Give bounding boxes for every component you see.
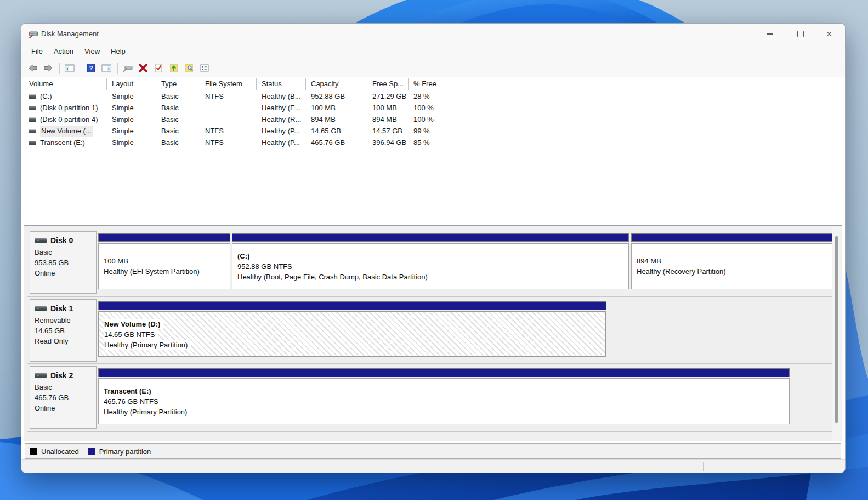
disk-size: 465.76 GB [35,392,96,403]
forward-button[interactable] [41,61,55,75]
back-button[interactable] [26,61,40,75]
legend-bar: Unallocated Primary partition [25,443,841,459]
column-header-layout[interactable]: Layout [107,78,156,90]
cell-type: Basic [156,103,200,114]
explore-button[interactable] [182,61,196,75]
volume-name: (C:) [40,91,52,102]
cell-file-system [200,103,257,114]
cell-free-space: 271.29 GB [367,91,409,102]
volume-icon [29,94,36,99]
disk-size: 953.85 GB [35,257,96,268]
cell-layout: Simple [107,91,156,102]
partition-status: Healthy (Recovery Partition) [637,266,835,277]
partition-name: (C:) [237,251,628,261]
column-header-type[interactable]: Type [156,78,200,90]
table-row[interactable]: Transcent (E:) Simple Basic NTFS Healthy… [24,137,842,148]
partition-status: Healthy (Primary Partition) [104,340,191,350]
disk0-label-panel[interactable]: Disk 0 Basic 953.85 GB Online [30,231,97,294]
toolbar-separator [59,63,60,74]
cell-status: Healthy (R... [257,114,306,125]
column-header-status[interactable]: Status [257,78,306,90]
legend-label: Primary partition [99,447,151,456]
partition-new-volume-selected[interactable]: New Volume (D:) 14.65 GB NTFS Healthy (P… [98,301,606,357]
column-header-volume[interactable]: Volume [24,78,107,90]
menu-file[interactable]: File [26,45,48,58]
folder-magnifier-icon [184,63,195,74]
volume-name: Transcent (E:) [40,137,85,148]
cell-layout: Simple [107,126,156,137]
cell-type: Basic [156,126,200,137]
disk2-label-panel[interactable]: Disk 2 Basic 465.76 GB Online [30,366,97,429]
cell-type: Basic [156,137,200,148]
disk-state: Read Only [35,336,96,346]
show-console-tree-button[interactable] [63,61,77,75]
column-header-file-system[interactable]: File System [200,78,257,90]
cell-status: Healthy (E... [257,103,306,114]
show-action-pane-button[interactable] [99,61,114,75]
cell-pct-free: 28 % [409,91,467,102]
maximize-button[interactable] [787,24,814,44]
cell-status: Healthy (P... [257,126,306,137]
scrollbar-thumb[interactable] [835,236,838,423]
disk-icon [35,373,47,378]
open-button[interactable] [167,61,181,75]
partition-transcent[interactable]: Transcent (E:) 465.76 GB NTFS Healthy (P… [98,368,790,424]
partition-color-bar [631,233,836,242]
mark-partition-active-button[interactable] [151,61,166,75]
partition-c[interactable]: (C:) 952.88 GB NTFS Healthy (Boot, Page … [232,233,629,289]
menu-view[interactable]: View [79,45,105,58]
properties-button[interactable] [197,61,212,75]
status-bar-divider [703,462,704,471]
volume-list-header: Volume Layout Type File System Status Ca… [24,77,842,91]
cell-free-space: 100 MB [367,103,409,114]
disk-tool-icon [122,63,133,74]
column-header-pct-free[interactable]: % Free [409,78,467,90]
cell-file-system [200,114,257,125]
help-icon: ? [86,63,97,74]
column-header-free-space[interactable]: Free Sp... [367,78,409,90]
table-row[interactable]: (C:) Simple Basic NTFS Healthy (B... 952… [24,91,842,102]
disk-icon [35,238,47,243]
partition-size: 14.65 GB NTFS [104,329,158,340]
menu-action[interactable]: Action [48,45,79,58]
partition-color-bar [232,233,629,242]
toolbar-separator [81,63,81,74]
cell-capacity: 952.88 GB [306,91,367,102]
table-row-selected[interactable]: New Volume (... Simple Basic NTFS Health… [24,126,842,137]
volume-name: (Disk 0 partition 4) [40,114,98,125]
disk-kind: Basic [35,382,96,392]
table-row[interactable]: (Disk 0 partition 1) Simple Basic Health… [24,103,842,114]
cell-pct-free: 85 % [409,137,467,148]
cell-free-space: 396.94 GB [367,137,409,148]
toolbar-separator [117,63,118,74]
window-title: Disk Management [41,24,99,44]
cell-status: Healthy (B... [257,91,306,102]
partition-recovery[interactable]: 894 MB Healthy (Recovery Partition) [631,233,836,289]
menu-help[interactable]: Help [105,45,131,58]
column-header-capacity[interactable]: Capacity [306,78,367,90]
partition-size: 465.76 GB NTFS [104,396,789,407]
minimize-button[interactable] [756,24,784,44]
partition-size: 100 MB [104,256,230,266]
back-arrow-icon [27,63,38,74]
close-button[interactable]: ✕ [815,24,843,44]
console-tree-icon [64,63,75,74]
partition-status: Healthy (Primary Partition) [104,407,789,417]
partition-efi[interactable]: 100 MB Healthy (EFI System Partition) [98,233,230,289]
table-row[interactable]: (Disk 0 partition 4) Simple Basic Health… [24,114,842,125]
cell-free-space: 894 MB [367,114,409,125]
disk1-label-panel[interactable]: Disk 1 Removable 14.65 GB Read Only [30,299,97,362]
menu-bar: File Action View Help [21,44,845,59]
unallocated-swatch [30,448,37,455]
partition-status: Healthy (Boot, Page File, Crash Dump, Ba… [237,272,628,282]
volume-name: (Disk 0 partition 1) [40,103,98,114]
forward-arrow-icon [43,63,54,74]
cell-pct-free: 99 % [409,126,467,137]
disk-management-app-icon [29,29,38,39]
checkmark-page-icon [153,63,164,74]
rescan-disks-button[interactable] [121,61,135,75]
vertical-scrollbar[interactable] [832,226,841,441]
delete-volume-button[interactable] [136,61,150,75]
help-button[interactable]: ? [84,61,98,75]
disk-management-window: Disk Management ✕ File Action View Help [21,23,846,473]
